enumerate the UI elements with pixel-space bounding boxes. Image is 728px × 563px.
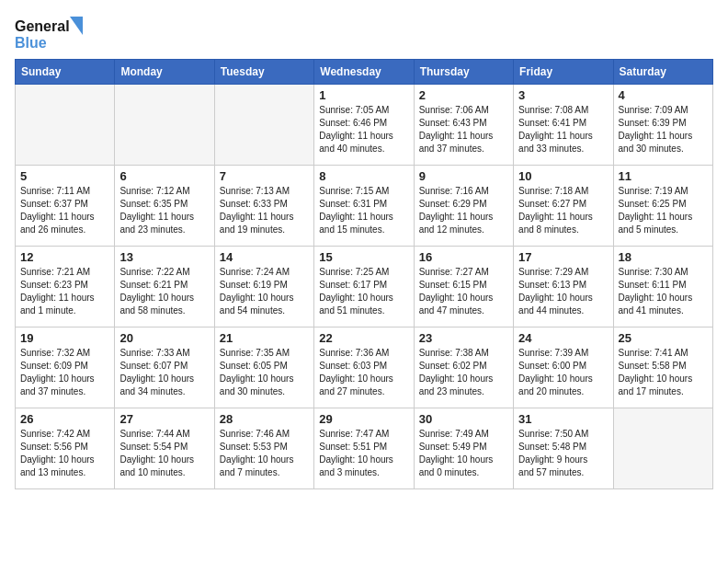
day-number: 26 [20, 412, 109, 426]
day-number: 2 [419, 88, 508, 102]
cell-content: Sunrise: 7:39 AMSunset: 6:00 PMDaylight:… [518, 347, 608, 398]
cell-content: Sunrise: 7:35 AMSunset: 6:05 PMDaylight:… [220, 347, 309, 398]
cell-content: Sunrise: 7:27 AMSunset: 6:15 PMDaylight:… [419, 266, 508, 317]
calendar-cell: 24Sunrise: 7:39 AMSunset: 6:00 PMDayligh… [514, 327, 613, 408]
calendar-cell: 12Sunrise: 7:21 AMSunset: 6:23 PMDayligh… [16, 247, 115, 327]
calendar-cell: 26Sunrise: 7:42 AMSunset: 5:56 PMDayligh… [16, 408, 115, 489]
calendar-cell: 5Sunrise: 7:11 AMSunset: 6:37 PMDaylight… [16, 166, 115, 247]
cell-content: Sunrise: 7:32 AMSunset: 6:09 PMDaylight:… [20, 347, 109, 398]
cell-content: Sunrise: 7:09 AMSunset: 6:39 PMDaylight:… [619, 104, 708, 155]
day-number: 5 [20, 169, 109, 183]
calendar-cell [16, 85, 115, 166]
calendar-cell [613, 408, 712, 489]
cell-content: Sunrise: 7:21 AMSunset: 6:23 PMDaylight:… [20, 266, 109, 317]
day-number: 15 [319, 250, 408, 264]
week-row-2: 5Sunrise: 7:11 AMSunset: 6:37 PMDaylight… [16, 166, 713, 247]
calendar-cell: 30Sunrise: 7:49 AMSunset: 5:49 PMDayligh… [414, 408, 513, 489]
calendar-cell: 3Sunrise: 7:08 AMSunset: 6:41 PMDaylight… [514, 85, 613, 166]
day-number: 11 [619, 169, 708, 183]
cell-content: Sunrise: 7:47 AMSunset: 5:51 PMDaylight:… [319, 428, 408, 479]
days-of-week-row: SundayMondayTuesdayWednesdayThursdayFrid… [16, 60, 713, 85]
day-number: 6 [119, 169, 209, 183]
day-number: 14 [220, 250, 309, 264]
calendar-cell: 21Sunrise: 7:35 AMSunset: 6:05 PMDayligh… [214, 327, 313, 408]
cell-content: Sunrise: 7:18 AMSunset: 6:27 PMDaylight:… [518, 185, 608, 236]
calendar-cell [115, 85, 214, 166]
logo-svg: GeneralBlue [15, 15, 88, 52]
day-number: 12 [20, 250, 109, 264]
cell-content: Sunrise: 7:50 AMSunset: 5:48 PMDaylight:… [518, 428, 608, 479]
day-number: 19 [20, 331, 109, 345]
day-number: 20 [119, 331, 209, 345]
cell-content: Sunrise: 7:24 AMSunset: 6:19 PMDaylight:… [220, 266, 309, 317]
header-saturday: Saturday [613, 60, 712, 85]
day-number: 30 [419, 412, 508, 426]
calendar-cell: 23Sunrise: 7:38 AMSunset: 6:02 PMDayligh… [414, 327, 513, 408]
calendar-cell: 27Sunrise: 7:44 AMSunset: 5:54 PMDayligh… [115, 408, 214, 489]
calendar-cell: 20Sunrise: 7:33 AMSunset: 6:07 PMDayligh… [115, 327, 214, 408]
day-number: 25 [619, 331, 708, 345]
day-number: 29 [319, 412, 408, 426]
calendar-cell: 19Sunrise: 7:32 AMSunset: 6:09 PMDayligh… [16, 327, 115, 408]
calendar-cell: 25Sunrise: 7:41 AMSunset: 5:58 PMDayligh… [613, 327, 712, 408]
cell-content: Sunrise: 7:29 AMSunset: 6:13 PMDaylight:… [518, 266, 608, 317]
calendar-cell: 31Sunrise: 7:50 AMSunset: 5:48 PMDayligh… [514, 408, 613, 489]
calendar-cell: 14Sunrise: 7:24 AMSunset: 6:19 PMDayligh… [214, 247, 313, 327]
cell-content: Sunrise: 7:11 AMSunset: 6:37 PMDaylight:… [20, 185, 109, 236]
cell-content: Sunrise: 7:36 AMSunset: 6:03 PMDaylight:… [319, 347, 408, 398]
svg-marker-2 [70, 17, 83, 35]
calendar-cell: 17Sunrise: 7:29 AMSunset: 6:13 PMDayligh… [514, 247, 613, 327]
day-number: 9 [419, 169, 508, 183]
day-number: 27 [119, 412, 209, 426]
cell-content: Sunrise: 7:05 AMSunset: 6:46 PMDaylight:… [319, 104, 408, 155]
header-monday: Monday [115, 60, 214, 85]
week-row-5: 26Sunrise: 7:42 AMSunset: 5:56 PMDayligh… [16, 408, 713, 489]
header-thursday: Thursday [414, 60, 513, 85]
calendar-table: SundayMondayTuesdayWednesdayThursdayFrid… [15, 59, 713, 489]
cell-content: Sunrise: 7:49 AMSunset: 5:49 PMDaylight:… [419, 428, 508, 479]
calendar-cell: 6Sunrise: 7:12 AMSunset: 6:35 PMDaylight… [115, 166, 214, 247]
calendar-cell [214, 85, 313, 166]
cell-content: Sunrise: 7:46 AMSunset: 5:53 PMDaylight:… [220, 428, 309, 479]
cell-content: Sunrise: 7:44 AMSunset: 5:54 PMDaylight:… [119, 428, 209, 479]
calendar-cell: 9Sunrise: 7:16 AMSunset: 6:29 PMDaylight… [414, 166, 513, 247]
cell-content: Sunrise: 7:42 AMSunset: 5:56 PMDaylight:… [20, 428, 109, 479]
day-number: 16 [419, 250, 508, 264]
day-number: 17 [518, 250, 608, 264]
day-number: 18 [619, 250, 708, 264]
cell-content: Sunrise: 7:08 AMSunset: 6:41 PMDaylight:… [518, 104, 608, 155]
day-number: 8 [319, 169, 408, 183]
day-number: 13 [119, 250, 209, 264]
calendar-cell: 8Sunrise: 7:15 AMSunset: 6:31 PMDaylight… [314, 166, 414, 247]
cell-content: Sunrise: 7:30 AMSunset: 6:11 PMDaylight:… [619, 266, 708, 317]
cell-content: Sunrise: 7:19 AMSunset: 6:25 PMDaylight:… [619, 185, 708, 236]
calendar-cell: 29Sunrise: 7:47 AMSunset: 5:51 PMDayligh… [314, 408, 414, 489]
calendar-cell: 10Sunrise: 7:18 AMSunset: 6:27 PMDayligh… [514, 166, 613, 247]
calendar-cell: 22Sunrise: 7:36 AMSunset: 6:03 PMDayligh… [314, 327, 414, 408]
day-number: 23 [419, 331, 508, 345]
cell-content: Sunrise: 7:15 AMSunset: 6:31 PMDaylight:… [319, 185, 408, 236]
calendar-cell: 11Sunrise: 7:19 AMSunset: 6:25 PMDayligh… [613, 166, 712, 247]
calendar-cell: 28Sunrise: 7:46 AMSunset: 5:53 PMDayligh… [214, 408, 313, 489]
svg-text:Blue: Blue [15, 35, 47, 51]
calendar-cell: 16Sunrise: 7:27 AMSunset: 6:15 PMDayligh… [414, 247, 513, 327]
week-row-3: 12Sunrise: 7:21 AMSunset: 6:23 PMDayligh… [16, 247, 713, 327]
week-row-4: 19Sunrise: 7:32 AMSunset: 6:09 PMDayligh… [16, 327, 713, 408]
svg-text:General: General [15, 18, 70, 34]
day-number: 31 [518, 412, 608, 426]
calendar-cell: 15Sunrise: 7:25 AMSunset: 6:17 PMDayligh… [314, 247, 414, 327]
week-row-1: 1Sunrise: 7:05 AMSunset: 6:46 PMDaylight… [16, 85, 713, 166]
day-number: 3 [518, 88, 608, 102]
cell-content: Sunrise: 7:13 AMSunset: 6:33 PMDaylight:… [220, 185, 309, 236]
day-number: 21 [220, 331, 309, 345]
day-number: 24 [518, 331, 608, 345]
calendar-cell: 2Sunrise: 7:06 AMSunset: 6:43 PMDaylight… [414, 85, 513, 166]
cell-content: Sunrise: 7:06 AMSunset: 6:43 PMDaylight:… [419, 104, 508, 155]
day-number: 10 [518, 169, 608, 183]
header-sunday: Sunday [16, 60, 115, 85]
calendar-cell: 1Sunrise: 7:05 AMSunset: 6:46 PMDaylight… [314, 85, 414, 166]
calendar-cell: 4Sunrise: 7:09 AMSunset: 6:39 PMDaylight… [613, 85, 712, 166]
cell-content: Sunrise: 7:12 AMSunset: 6:35 PMDaylight:… [119, 185, 209, 236]
page-header: GeneralBlue [15, 15, 713, 52]
cell-content: Sunrise: 7:38 AMSunset: 6:02 PMDaylight:… [419, 347, 508, 398]
